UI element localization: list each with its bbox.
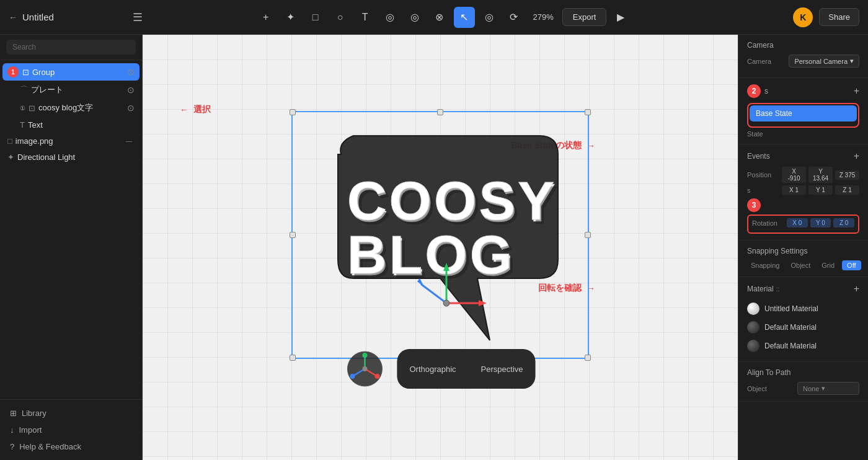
snap-grid[interactable]: Grid <box>818 260 838 270</box>
bottom-panel: ⊞ Library ↓ Import ? Help & Feedback <box>0 399 142 460</box>
scale-row: s X 1 Y 1 Z 1 <box>747 185 859 195</box>
orthographic-btn[interactable]: Orthographic <box>397 349 468 389</box>
bezier-tool[interactable]: ◎ <box>404 7 425 28</box>
align-label: Object <box>747 385 767 392</box>
axes-widget[interactable] <box>345 349 384 389</box>
pos-z: Z 375 <box>835 170 859 180</box>
snapping-title: Snapping Settings <box>747 247 807 255</box>
events-header: Events + <box>747 151 859 162</box>
export-button[interactable]: Export <box>562 8 607 26</box>
zoom-level: 279% <box>528 12 559 22</box>
state-section-title: s <box>764 87 768 95</box>
import-icon: ↓ <box>10 425 14 435</box>
group-options[interactable]: ⊙ <box>127 67 135 77</box>
path-tool[interactable]: ◎ <box>379 7 401 28</box>
snapping-header: Snapping Settings <box>747 247 859 255</box>
material-item-default1[interactable]: Default Material <box>747 318 859 337</box>
camera-title: Camera <box>747 41 774 50</box>
snap-off-button[interactable]: Off <box>842 260 861 270</box>
back-button[interactable]: ← <box>9 12 17 22</box>
svg-point-20 <box>362 366 367 371</box>
group-label: Group <box>32 68 127 77</box>
menu-button[interactable]: ☰ <box>133 11 143 24</box>
select-tool[interactable]: ↖ <box>454 7 475 28</box>
canvas-content: COOSY BLOG COOSY BLOG COOSY BLOG <box>279 99 601 396</box>
align-dropdown[interactable]: None ▾ <box>797 382 859 395</box>
events-title: Events <box>747 152 770 161</box>
perspective-btn[interactable]: Perspective <box>469 349 536 389</box>
chevron-down-icon: ▾ <box>850 57 854 65</box>
svg-text:BLOG: BLOG <box>347 224 515 285</box>
search-bar <box>0 35 142 60</box>
events-add-button[interactable]: + <box>854 151 859 162</box>
tree-item-coosy[interactable]: ① ⊡ coosy blog文字 ⊙ <box>2 99 140 117</box>
material-label-default1: Default Material <box>764 323 817 332</box>
snap-object[interactable]: Object <box>787 260 815 270</box>
orbit-tool[interactable]: ◎ <box>479 7 500 28</box>
material-add-button[interactable]: + <box>854 283 859 294</box>
help-label: Help & Feedback <box>19 442 81 451</box>
rot-z: Z 0 <box>833 218 854 228</box>
tree-item-light[interactable]: ✦ Directional Light <box>2 149 140 165</box>
camera-header: Camera <box>747 41 859 50</box>
search-input[interactable] <box>6 40 136 55</box>
transform-tool[interactable]: ✦ <box>280 7 301 28</box>
scene-tree: 1 ⊡ Group ⊙ ⌒ プレート ⊙ ① ⊡ coosy blog文字 ⊙ … <box>0 60 142 399</box>
step-badge-3: 3 <box>747 198 761 212</box>
tree-item-plate[interactable]: ⌒ プレート ⊙ <box>2 81 140 99</box>
pos-y: Y 13.64 <box>808 167 833 183</box>
material-dot-default1 <box>747 321 760 334</box>
material-item-untitled[interactable]: Untitled Material <box>747 299 859 318</box>
help-item[interactable]: ? Help & Feedback <box>5 438 137 455</box>
tree-item-image[interactable]: □ image.png — <box>2 133 140 149</box>
handle-ml[interactable] <box>290 232 296 238</box>
rotation-row: Rotation X 0 Y 0 Z 0 <box>752 218 854 228</box>
camera-row: Camera Personal Camera ▾ <box>747 55 859 68</box>
coosy-icon: ① <box>20 105 25 112</box>
step-badge-1: 1 <box>7 66 19 77</box>
handle-tm[interactable] <box>437 109 443 115</box>
play-button[interactable]: ▶ <box>610 7 631 28</box>
base-state-button[interactable]: Base State <box>750 105 857 122</box>
position-row: Position X -910 Y 13.64 Z 375 <box>747 167 859 183</box>
plate-icon: ⌒ <box>20 84 28 95</box>
material-item-default2[interactable]: Default Material <box>747 337 859 355</box>
coosy-options[interactable]: ⊙ <box>127 103 135 113</box>
align-title: Align To Path <box>747 368 791 377</box>
material-header: Material :: + <box>747 283 859 294</box>
material-label-untitled: Untitled Material <box>764 304 818 313</box>
main-layout: 1 ⊡ Group ⊙ ⌒ プレート ⊙ ① ⊡ coosy blog文字 ⊙ … <box>0 35 868 460</box>
add-tool[interactable]: + <box>255 7 277 28</box>
handle-tl[interactable] <box>290 109 296 115</box>
align-header: Align To Path <box>747 368 859 377</box>
camera-label: Camera <box>747 58 771 65</box>
tree-item-text[interactable]: T Text <box>2 117 140 133</box>
plate-label: プレート <box>31 84 127 95</box>
tree-item-group[interactable]: 1 ⊡ Group ⊙ <box>2 63 140 81</box>
import-item[interactable]: ↓ Import <box>5 422 137 438</box>
handle-mr[interactable] <box>585 232 591 238</box>
left-panel: 1 ⊡ Group ⊙ ⌒ プレート ⊙ ① ⊡ coosy blog文字 ⊙ … <box>0 35 143 460</box>
handle-bl[interactable] <box>290 355 296 361</box>
canvas-area[interactable]: ← 選択 Base Stateの状態 → 回転を確認 → <box>143 35 738 460</box>
share-button[interactable]: Share <box>819 8 859 26</box>
circle-tool[interactable]: ○ <box>330 7 351 28</box>
camera-dropdown[interactable]: Personal Camera ▾ <box>789 55 859 68</box>
rotation-box: Rotation X 0 Y 0 Z 0 <box>747 215 859 234</box>
svg-point-18 <box>374 374 379 379</box>
rect-tool[interactable]: □ <box>305 7 326 28</box>
light-label: Directional Light <box>17 153 135 162</box>
state-add-button[interactable]: + <box>854 86 859 97</box>
plate-options[interactable]: ⊙ <box>127 85 135 95</box>
scale-x: X 1 <box>782 185 806 195</box>
snap-row: Snapping Object Grid Off <box>747 260 859 270</box>
shape-tool[interactable]: ⊗ <box>429 7 450 28</box>
light-icon: ✦ <box>7 153 14 162</box>
handle-tr[interactable] <box>585 109 591 115</box>
library-item[interactable]: ⊞ Library <box>5 405 137 422</box>
text-tool[interactable]: T <box>355 7 376 28</box>
refresh-tool[interactable]: ⟳ <box>503 7 525 28</box>
base-state-wrapper: Base State <box>747 103 859 128</box>
coosy-label: coosy blog文字 <box>38 102 127 113</box>
handle-br[interactable] <box>585 355 591 361</box>
